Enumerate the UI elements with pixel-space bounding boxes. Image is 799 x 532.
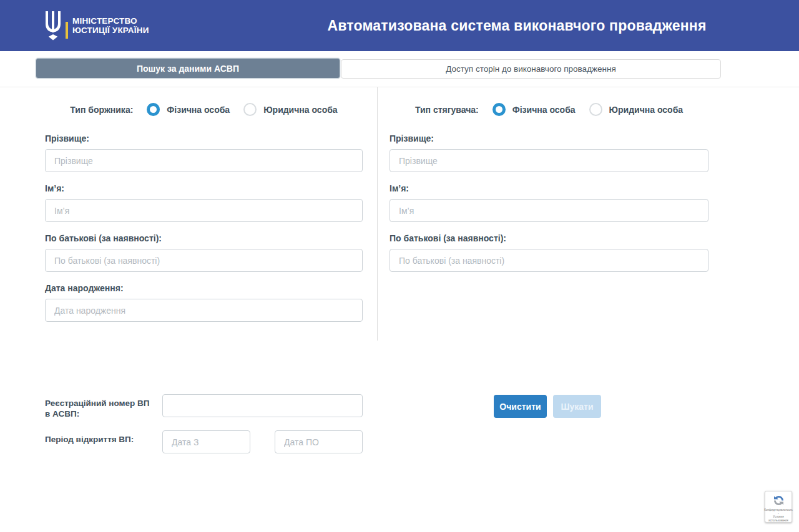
debtor-form: Тип боржника: Фізична особа Юридична осо… [0,87,377,333]
collector-legal-label: Юридична особа [609,105,684,115]
collector-surname-input[interactable] [390,149,708,172]
ministry-name: МІНІСТЕРСТВО ЮСТИЦІЇ УКРАЇНИ [72,16,149,35]
debtor-surname-input[interactable] [45,149,363,172]
collector-patronymic-label: По батькові (за наявності): [390,233,708,243]
search-button[interactable]: Шукати [553,395,601,418]
debtor-birthdate-field: Дата народження: [45,283,363,322]
collector-patronymic-input[interactable] [390,249,708,272]
debtor-surname-label: Прізвище: [45,133,363,143]
ministry-name-line1: МІНІСТЕРСТВО [72,16,149,26]
debtor-surname-field: Прізвище: [45,133,363,172]
column-divider [377,87,378,341]
collector-name-input[interactable] [390,199,708,222]
recaptcha-terms-link[interactable]: Условия использования [768,515,788,522]
tab-search-asvp[interactable]: Пошук за даними АСВП [36,58,340,79]
debtor-birthdate-input[interactable] [45,299,363,322]
debtor-birthdate-label: Дата народження: [45,283,363,293]
ministry-name-line2: ЮСТИЦІЇ УКРАЇНИ [72,26,149,35]
debtor-name-label: Ім’я: [45,183,363,193]
collector-surname-field: Прізвище: [390,133,708,172]
tab-bar: Пошук за даними АСВП Доступ сторін до ви… [36,58,721,79]
radio-selected-icon[interactable] [493,103,506,116]
collector-legal-radio[interactable]: Юридична особа [589,103,684,116]
action-buttons: Очистити Шукати [494,395,601,418]
debtor-type-label: Тип боржника: [70,105,133,115]
recaptcha-terms[interactable]: Конфиденциальность - Условия использован… [764,508,793,522]
collector-individual-label: Фізична особа [512,105,576,115]
page-title: Автоматизована система виконавчого прова… [325,17,709,34]
radio-unselected-icon[interactable] [589,103,602,116]
search-form: Тип боржника: Фізична особа Юридична осо… [0,87,799,453]
collector-patronymic-field: По батькові (за наявності): [390,233,708,272]
logo-yellow-bar [66,22,68,39]
app-header: МІНІСТЕРСТВО ЮСТИЦІЇ УКРАЇНИ Автоматизов… [0,0,799,51]
radio-unselected-icon[interactable] [243,103,257,116]
clear-button[interactable]: Очистити [494,395,547,418]
collector-name-label: Ім’я: [390,183,708,193]
debtor-patronymic-label: По батькові (за наявності): [45,233,363,243]
debtor-name-field: Ім’я: [45,183,363,222]
radio-selected-icon[interactable] [147,103,160,116]
collector-name-field: Ім’я: [390,183,708,222]
reg-number-row: Реєстраційний номер ВП в АСВП: [45,394,363,419]
collector-form: Тип стягувача: Фізична особа Юридична ос… [377,87,799,333]
recaptcha-privacy-link[interactable]: Конфиденциальность - [764,508,793,515]
debtor-legal-label: Юридична особа [263,105,338,115]
period-label: Період відкриття ВП: [45,430,162,445]
period-row: Період відкриття ВП: [45,430,363,453]
reg-number-label: Реєстраційний номер ВП в АСВП: [45,394,162,419]
ministry-logo: МІНІСТЕРСТВО ЮСТИЦІЇ УКРАЇНИ [42,11,149,41]
collector-type-row: Тип стягувача: Фізична особа Юридична ос… [390,103,708,116]
tab-parties-access[interactable]: Доступ сторін до виконавчого провадження [341,59,721,79]
trident-icon [42,11,64,41]
period-to-input[interactable] [275,430,363,453]
period-from-input[interactable] [162,430,250,453]
debtor-name-input[interactable] [45,199,363,222]
debtor-type-row: Тип боржника: Фізична особа Юридична осо… [45,103,363,116]
collector-type-label: Тип стягувача: [415,105,479,115]
bottom-section: Реєстраційний номер ВП в АСВП: Період ві… [45,394,799,453]
debtor-legal-radio[interactable]: Юридична особа [243,103,338,116]
debtor-individual-radio[interactable]: Фізична особа [147,103,230,116]
debtor-patronymic-field: По батькові (за наявності): [45,233,363,272]
recaptcha-icon [771,495,787,506]
collector-surname-label: Прізвище: [390,133,708,143]
reg-number-input[interactable] [162,394,363,417]
debtor-patronymic-input[interactable] [45,249,363,272]
recaptcha-badge[interactable]: Конфиденциальность - Условия использован… [765,491,792,523]
debtor-individual-label: Фізична особа [167,105,230,115]
collector-individual-radio[interactable]: Фізична особа [493,103,576,116]
